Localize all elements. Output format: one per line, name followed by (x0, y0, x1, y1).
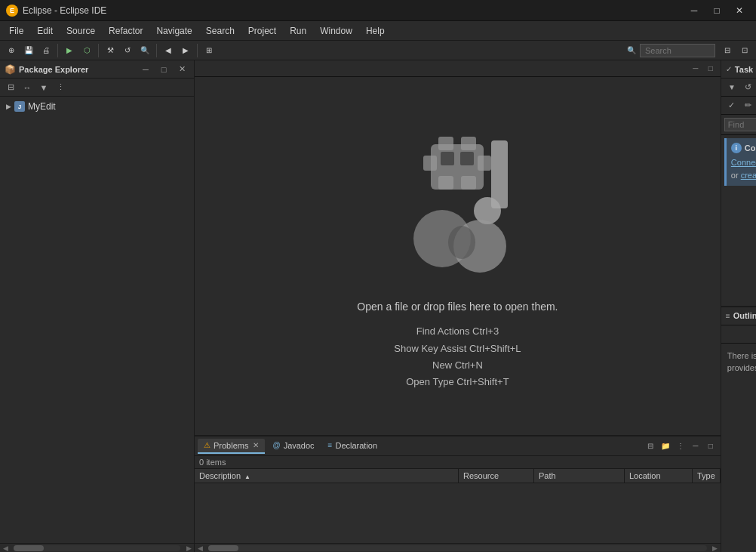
scroll-track[interactable] (14, 545, 180, 551)
tab-problems[interactable]: ⚠ Problems ✕ (198, 439, 265, 454)
col-path[interactable]: Path (534, 469, 625, 483)
filter-btn[interactable]: ⊟ (644, 439, 657, 453)
toolbar-views-btn[interactable]: ⊡ (736, 42, 753, 59)
right-panel: ✓ Task List ─ □ ✕ ▼ ↺ ⊟ 📁 ⋮ ✓ ✏ 🗑 🔗 ⋮ (721, 60, 756, 552)
col-description[interactable]: Description ▲ (195, 469, 459, 483)
menu-source[interactable]: Source (60, 23, 101, 39)
toolbar-sep3 (156, 44, 157, 57)
maximize-button[interactable]: □ (706, 3, 727, 18)
toolbar-build-btn[interactable]: ⚒ (102, 42, 118, 59)
task-edit-btn[interactable]: ✏ (741, 98, 756, 113)
svg-rect-7 (441, 152, 454, 165)
expand-icon: ▶ (6, 103, 11, 110)
create-link[interactable]: create (741, 171, 756, 180)
title-bar: E Eclipse - Eclipse IDE ─ □ ✕ (0, 0, 756, 21)
close-button[interactable]: ✕ (729, 3, 750, 18)
editor-maximize-btn[interactable]: □ (704, 62, 718, 76)
menu-help[interactable]: Help (360, 23, 391, 39)
col-resource[interactable]: Resource (459, 469, 534, 483)
problems-icon: ⚠ (204, 441, 211, 449)
toolbar-sep2 (98, 44, 99, 57)
toolbar-perspective-btn[interactable]: ⊞ (201, 42, 217, 59)
left-panel-scrollbar[interactable]: ◀ ▶ (0, 543, 194, 552)
package-explorer-controls: ⊟ ↔ ▼ ⋮ (0, 79, 194, 97)
svg-rect-3 (438, 176, 453, 190)
menu-edit[interactable]: Edit (31, 23, 59, 39)
new-folder-btn[interactable]: 📁 (659, 439, 672, 453)
problems-close-btn[interactable]: ✕ (253, 441, 259, 449)
project-item[interactable]: ▶ J MyEdit (3, 100, 191, 113)
panel-more-btn[interactable]: ⋮ (53, 80, 68, 95)
minimize-button[interactable]: ─ (684, 3, 705, 18)
bottom-scroll-track[interactable] (208, 545, 707, 551)
scroll-right-arrow[interactable]: ▶ (183, 544, 194, 553)
tab-declaration[interactable]: ≡ Declaration (322, 439, 383, 454)
scroll-thumb[interactable] (14, 545, 44, 551)
package-explorer-maximize-btn[interactable]: □ (156, 62, 171, 77)
bottom-scroll-right[interactable]: ▶ (710, 544, 721, 553)
problems-scroll-area[interactable] (195, 483, 721, 543)
svg-rect-4 (461, 176, 476, 190)
connect-mylyn-card: i Connect Mylyn Connect to your task ALM… (724, 138, 756, 186)
view-menu-btn[interactable]: ▼ (36, 80, 51, 95)
svg-rect-8 (460, 152, 474, 165)
search-input[interactable] (640, 44, 715, 57)
task-sync-btn[interactable]: ↺ (741, 80, 756, 95)
bottom-minimize-btn[interactable]: ─ (689, 439, 702, 453)
package-explorer-panel-icon: 📦 (5, 64, 16, 75)
menu-navigate[interactable]: Navigate (150, 23, 198, 39)
toolbar-save-btn[interactable]: 💾 (20, 42, 37, 59)
toolbar-debug-btn[interactable]: ⬡ (78, 42, 95, 59)
bottom-scroll-left[interactable]: ◀ (195, 544, 205, 553)
task-toolbar2: ✓ ✏ 🗑 🔗 ⋮ (721, 97, 756, 115)
more-options-btn[interactable]: ⋮ (674, 439, 687, 453)
task-mark-btn[interactable]: ✓ (724, 98, 739, 113)
toolbar-refresh-btn[interactable]: ↺ (119, 42, 136, 59)
bottom-tab-controls: ⊟ 📁 ⋮ ─ □ (644, 439, 718, 453)
editor-minimize-btn[interactable]: ─ (689, 62, 702, 76)
tab-javadoc[interactable]: @ Javadoc (266, 439, 320, 454)
svg-rect-9 (491, 140, 508, 208)
task-list-header: ✓ Task List ─ □ ✕ (721, 60, 756, 79)
connect-link[interactable]: Connect (731, 158, 756, 167)
toolbar-search-btn[interactable]: 🔍 (137, 42, 153, 59)
bottom-maximize-btn[interactable]: □ (704, 439, 718, 453)
task-list-section: ✓ Task List ─ □ ✕ ▼ ↺ ⊟ 📁 ⋮ ✓ ✏ 🗑 🔗 ⋮ (721, 60, 756, 306)
svg-rect-2 (461, 137, 476, 150)
bottom-scroll-thumb[interactable] (208, 545, 238, 551)
toolbar-print-btn[interactable]: 🖨 (38, 42, 54, 59)
menu-window[interactable]: Window (314, 23, 358, 39)
menu-bar: File Edit Source Refactor Navigate Searc… (0, 21, 756, 41)
toolbar-perspectives-btn[interactable]: ⊟ (719, 42, 736, 59)
scroll-left-arrow[interactable]: ◀ (0, 544, 11, 553)
menu-run[interactable]: Run (284, 23, 312, 39)
toolbar-prev-btn[interactable]: ◀ (160, 42, 177, 59)
svg-rect-5 (423, 156, 437, 171)
collapse-all-btn[interactable]: ⊟ (3, 80, 18, 95)
task-new-btn[interactable]: ▼ (724, 80, 739, 95)
menu-search[interactable]: Search (200, 23, 241, 39)
problems-label: Problems (214, 441, 248, 450)
package-explorer-minimize-btn[interactable]: ─ (138, 62, 153, 77)
col-type[interactable]: Type (693, 469, 721, 483)
toolbar-run-btn[interactable]: ▶ (61, 42, 78, 59)
hint-new: New Ctrl+N (357, 357, 558, 374)
outline-toolbar: ⊟ ⋮ (721, 325, 756, 344)
toolbar-new-btn[interactable]: ⊕ (3, 42, 20, 59)
col-location[interactable]: Location (625, 469, 693, 483)
menu-refactor[interactable]: Refactor (103, 23, 149, 39)
outline-no-editor-text: There is no active editor that provides … (727, 351, 756, 373)
project-icon: J (14, 101, 25, 112)
toolbar-search-area: 🔍 (623, 42, 715, 59)
task-list-icon: ✓ (726, 65, 732, 73)
link-editor-btn[interactable]: ↔ (20, 80, 35, 95)
toolbar-next-btn[interactable]: ▶ (177, 42, 194, 59)
bottom-scrollbar[interactable]: ◀ ▶ (195, 543, 721, 552)
task-search-input[interactable] (724, 118, 756, 131)
menu-project[interactable]: Project (242, 23, 282, 39)
package-explorer-close-btn[interactable]: ✕ (174, 62, 189, 77)
menu-file[interactable]: File (3, 23, 29, 39)
hint-open-type: Open Type Ctrl+Shift+T (357, 374, 558, 390)
search-icon-btn[interactable]: 🔍 (623, 42, 640, 59)
outline-icon: ≡ (726, 312, 730, 320)
